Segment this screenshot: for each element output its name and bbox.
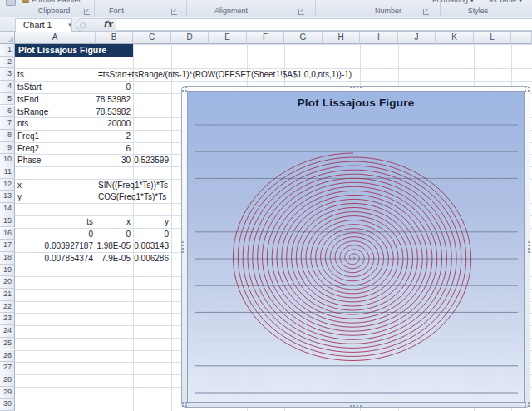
row-header-9[interactable]: 9 xyxy=(0,142,15,155)
clipboard-dialog-launcher-icon[interactable] xyxy=(84,9,90,15)
cell-C18[interactable]: 0.006286 xyxy=(133,252,171,265)
row-header-13[interactable]: 13 xyxy=(0,191,15,203)
chart-plot-area[interactable]: Plot Lissajous Figure xyxy=(187,91,525,403)
row-header-8[interactable]: 8 xyxy=(0,130,15,142)
row-header-3[interactable]: 3 xyxy=(0,68,15,81)
row-header-18[interactable]: 18 xyxy=(0,252,15,265)
cell-A13[interactable]: y xyxy=(15,191,96,203)
column-header-G[interactable]: G xyxy=(284,32,323,44)
row-header-30[interactable]: 30 xyxy=(0,399,15,411)
cell-A15[interactable]: ts xyxy=(15,215,96,228)
column-header-I[interactable]: I xyxy=(360,32,398,44)
row-header-24[interactable]: 24 xyxy=(0,325,15,338)
cell-A8[interactable]: Freq1 xyxy=(15,130,96,142)
row-header-26[interactable]: 26 xyxy=(0,350,15,363)
ribbon-group-styles: Styles xyxy=(436,7,520,15)
row-header-12[interactable]: 12 xyxy=(0,179,15,191)
row-header-11[interactable]: 11 xyxy=(0,166,15,179)
cell-B16[interactable]: 0 xyxy=(96,228,133,240)
row-header-29[interactable]: 29 xyxy=(0,387,15,399)
cell-A18[interactable]: 0.007854374 xyxy=(15,252,96,265)
column-header-C[interactable]: C xyxy=(133,32,171,44)
number-dialog-launcher-icon[interactable] xyxy=(423,9,429,15)
chart-object[interactable]: Plot Lissajous Figure xyxy=(181,86,530,408)
row-header-1[interactable]: 1 xyxy=(0,44,15,57)
row-header-20[interactable]: 20 xyxy=(0,276,15,289)
format-painter-icon xyxy=(22,0,29,3)
column-header-D[interactable]: D xyxy=(171,32,209,44)
alignment-dialog-launcher-icon[interactable] xyxy=(298,9,304,15)
row-header-2[interactable]: 2 xyxy=(0,57,15,69)
row-header-6[interactable]: 6 xyxy=(0,106,15,118)
cell-C17[interactable]: 0.003143 xyxy=(133,240,171,252)
cell-A16[interactable]: 0 xyxy=(15,228,96,240)
cell-B8[interactable]: 2 xyxy=(96,130,133,142)
selection-handle-top[interactable] xyxy=(349,86,362,89)
row-header-5[interactable]: 5 xyxy=(0,93,15,106)
cell-B10[interactable]: 30 xyxy=(96,154,133,166)
cell-A12[interactable]: x xyxy=(15,179,96,191)
cell-B7[interactable]: 20000 xyxy=(96,117,133,130)
selection-handle-corner[interactable] xyxy=(524,401,530,408)
column-header-E[interactable]: E xyxy=(209,32,247,44)
selection-handle-corner[interactable] xyxy=(181,86,188,92)
row-header-28[interactable]: 28 xyxy=(0,374,15,387)
column-header-B[interactable]: B xyxy=(96,32,133,44)
row-header-21[interactable]: 21 xyxy=(0,289,15,301)
cell-B4[interactable]: 0 xyxy=(96,81,133,93)
cell-A17[interactable]: 0.003927187 xyxy=(15,240,96,252)
cell-A3[interactable]: ts xyxy=(15,68,96,81)
column-header-H[interactable]: H xyxy=(323,32,360,44)
select-all-corner[interactable] xyxy=(0,32,15,44)
insert-function-icon[interactable]: fx xyxy=(103,19,112,30)
cell-A10[interactable]: Phase xyxy=(15,154,96,166)
column-header-L[interactable]: L xyxy=(474,32,511,44)
row-header-14[interactable]: 14 xyxy=(0,203,15,215)
row-header-25[interactable]: 25 xyxy=(0,338,15,350)
cell-B18[interactable]: 7.9E-05 xyxy=(96,252,133,265)
cell-B5[interactable]: 78.53982 xyxy=(96,93,133,106)
row-header-15[interactable]: 15 xyxy=(0,215,15,228)
cell-A9[interactable]: Freq2 xyxy=(15,142,96,155)
row-header-23[interactable]: 23 xyxy=(0,313,15,325)
row-header-10[interactable]: 10 xyxy=(0,154,15,166)
font-dialog-launcher-icon[interactable] xyxy=(171,9,177,15)
selection-handle-corner[interactable] xyxy=(181,401,188,408)
cell-B6[interactable]: 78.53982 xyxy=(96,106,133,118)
cell-B17[interactable]: 1.98E-05 xyxy=(96,240,133,252)
cell-C15[interactable]: y xyxy=(133,215,171,228)
cell-A1-title[interactable]: Plot Lissajous Figure xyxy=(15,44,133,57)
selection-handle-corner[interactable] xyxy=(524,86,530,92)
format-painter-button[interactable]: Format Painter xyxy=(32,0,81,4)
cell-B15[interactable]: x xyxy=(96,215,133,228)
cell-A4[interactable]: tsStart xyxy=(15,81,96,93)
row-header-7[interactable]: 7 xyxy=(0,117,15,130)
selection-handle-right[interactable] xyxy=(527,240,530,254)
cell-A7[interactable]: nts xyxy=(15,117,96,130)
cell-C16[interactable]: 0 xyxy=(133,228,171,240)
column-header-partial[interactable] xyxy=(511,32,532,44)
conditional-formatting-button[interactable]: Formatting ▾ xyxy=(432,0,474,4)
cell-C10[interactable]: 0.523599 xyxy=(133,154,171,166)
row-header-17[interactable]: 17 xyxy=(0,240,15,252)
selection-handle-bottom[interactable] xyxy=(349,404,362,408)
column-header-F[interactable]: F xyxy=(247,32,284,44)
row-header-4[interactable]: 4 xyxy=(0,81,15,93)
column-header-K[interactable]: K xyxy=(436,32,474,44)
row-header-16[interactable]: 16 xyxy=(0,228,15,240)
cell-B3[interactable]: =tsStart+tsRange/(nts-1)*(ROW(OFFSET(She… xyxy=(96,68,378,81)
formula-input[interactable] xyxy=(116,18,532,31)
cell-A5[interactable]: tsEnd xyxy=(15,93,96,106)
cell-B9[interactable]: 6 xyxy=(96,142,133,155)
row-header-22[interactable]: 22 xyxy=(0,301,15,314)
paste-button-partial-icon[interactable] xyxy=(6,0,16,6)
row-header-27[interactable]: 27 xyxy=(0,362,15,374)
column-header-A[interactable]: A xyxy=(15,32,96,44)
row-header-19[interactable]: 19 xyxy=(0,265,15,277)
column-header-J[interactable]: J xyxy=(398,32,436,44)
name-box-dropdown-icon[interactable]: ▼ xyxy=(64,18,76,32)
cell-A6[interactable]: tsRange xyxy=(15,106,96,118)
formula-bar-row: Chart 1 ▼ fx xyxy=(0,17,532,32)
selection-handle-left[interactable] xyxy=(181,240,185,254)
format-as-table-button[interactable]: as Table ▾ xyxy=(489,0,522,4)
